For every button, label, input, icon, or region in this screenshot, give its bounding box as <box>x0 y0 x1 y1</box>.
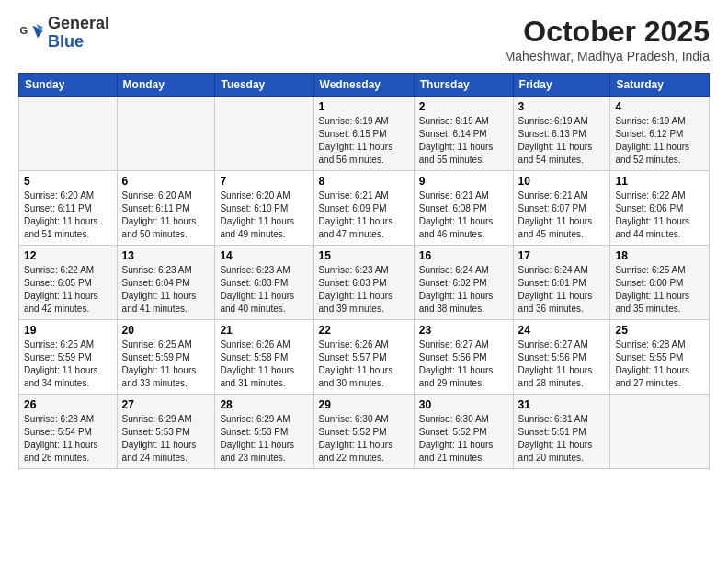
day-info: Sunrise: 6:21 AMSunset: 6:09 PMDaylight:… <box>319 190 409 241</box>
day-info: Sunrise: 6:27 AMSunset: 5:56 PMDaylight:… <box>419 339 508 390</box>
day-info: Sunrise: 6:26 AMSunset: 5:58 PMDaylight:… <box>220 339 308 390</box>
calendar-cell: 26Sunrise: 6:28 AMSunset: 5:54 PMDayligh… <box>19 395 118 469</box>
calendar-cell: 10Sunrise: 6:21 AMSunset: 6:07 PMDayligh… <box>513 171 610 246</box>
day-number: 25 <box>615 324 704 337</box>
calendar-cell: 4Sunrise: 6:19 AMSunset: 6:12 PMDaylight… <box>610 97 710 171</box>
calendar-cell: 19Sunrise: 6:25 AMSunset: 5:59 PMDayligh… <box>19 320 118 395</box>
day-number: 29 <box>319 398 409 411</box>
day-info: Sunrise: 6:24 AMSunset: 6:02 PMDaylight:… <box>419 264 508 316</box>
calendar-cell: 24Sunrise: 6:27 AMSunset: 5:56 PMDayligh… <box>513 320 610 395</box>
day-info: Sunrise: 6:30 AMSunset: 5:52 PMDaylight:… <box>319 413 409 465</box>
day-info: Sunrise: 6:26 AMSunset: 5:57 PMDaylight:… <box>319 339 409 390</box>
weekday-header-monday: Monday <box>117 74 215 97</box>
calendar-cell: 28Sunrise: 6:29 AMSunset: 5:53 PMDayligh… <box>215 395 313 469</box>
day-number: 19 <box>24 324 112 337</box>
calendar-cell: 15Sunrise: 6:23 AMSunset: 6:03 PMDayligh… <box>313 246 414 320</box>
week-row-2: 5Sunrise: 6:20 AMSunset: 6:11 PMDaylight… <box>19 171 710 246</box>
day-number: 22 <box>319 324 409 337</box>
day-number: 15 <box>319 249 409 262</box>
day-number: 6 <box>122 175 210 188</box>
weekday-header-friday: Friday <box>513 74 610 97</box>
day-number: 9 <box>419 175 508 188</box>
calendar-cell: 30Sunrise: 6:30 AMSunset: 5:52 PMDayligh… <box>414 395 513 469</box>
day-number: 17 <box>518 249 606 262</box>
week-row-3: 12Sunrise: 6:22 AMSunset: 6:05 PMDayligh… <box>19 246 710 320</box>
day-info: Sunrise: 6:21 AMSunset: 6:08 PMDaylight:… <box>419 190 508 241</box>
week-row-1: 1Sunrise: 6:19 AMSunset: 6:15 PMDaylight… <box>19 97 710 171</box>
day-info: Sunrise: 6:19 AMSunset: 6:13 PMDaylight:… <box>518 115 606 167</box>
calendar-cell: 21Sunrise: 6:26 AMSunset: 5:58 PMDayligh… <box>215 320 313 395</box>
calendar-cell: 27Sunrise: 6:29 AMSunset: 5:53 PMDayligh… <box>117 395 215 469</box>
location-text: Maheshwar, Madhya Pradesh, India <box>505 49 710 63</box>
day-info: Sunrise: 6:27 AMSunset: 5:56 PMDaylight:… <box>518 339 606 390</box>
day-number: 30 <box>419 398 508 411</box>
calendar-cell: 6Sunrise: 6:20 AMSunset: 6:11 PMDaylight… <box>117 171 215 246</box>
day-number: 24 <box>518 324 606 337</box>
calendar-cell: 7Sunrise: 6:20 AMSunset: 6:10 PMDaylight… <box>215 171 313 246</box>
calendar-cell: 8Sunrise: 6:21 AMSunset: 6:09 PMDaylight… <box>313 171 414 246</box>
day-number: 18 <box>615 249 704 262</box>
week-row-5: 26Sunrise: 6:28 AMSunset: 5:54 PMDayligh… <box>19 395 710 469</box>
day-number: 5 <box>24 175 112 188</box>
day-number: 12 <box>24 249 112 262</box>
calendar-cell: 22Sunrise: 6:26 AMSunset: 5:57 PMDayligh… <box>313 320 414 395</box>
calendar-cell: 23Sunrise: 6:27 AMSunset: 5:56 PMDayligh… <box>414 320 513 395</box>
day-number: 4 <box>615 100 704 113</box>
day-info: Sunrise: 6:22 AMSunset: 6:05 PMDaylight:… <box>24 264 112 316</box>
header: G General Blue October 2025 Maheshwar, M… <box>18 15 710 63</box>
calendar-cell: 12Sunrise: 6:22 AMSunset: 6:05 PMDayligh… <box>19 246 118 320</box>
day-info: Sunrise: 6:28 AMSunset: 5:55 PMDaylight:… <box>615 339 704 390</box>
day-info: Sunrise: 6:25 AMSunset: 5:59 PMDaylight:… <box>24 339 112 390</box>
calendar-cell: 1Sunrise: 6:19 AMSunset: 6:15 PMDaylight… <box>313 97 414 171</box>
day-info: Sunrise: 6:23 AMSunset: 6:04 PMDaylight:… <box>122 264 210 316</box>
weekday-header-saturday: Saturday <box>610 74 710 97</box>
calendar-cell <box>610 395 710 469</box>
calendar-cell <box>215 97 313 171</box>
day-number: 13 <box>122 249 210 262</box>
main-container: G General Blue October 2025 Maheshwar, M… <box>0 0 728 478</box>
calendar-cell: 2Sunrise: 6:19 AMSunset: 6:14 PMDaylight… <box>414 97 513 171</box>
svg-text:G: G <box>19 25 28 36</box>
day-info: Sunrise: 6:19 AMSunset: 6:14 PMDaylight:… <box>419 115 508 167</box>
calendar-cell: 3Sunrise: 6:19 AMSunset: 6:13 PMDaylight… <box>513 97 610 171</box>
day-number: 28 <box>220 398 308 411</box>
weekday-header-wednesday: Wednesday <box>313 74 414 97</box>
day-number: 1 <box>319 100 409 113</box>
weekday-header-tuesday: Tuesday <box>215 74 313 97</box>
day-info: Sunrise: 6:28 AMSunset: 5:54 PMDaylight:… <box>24 413 112 465</box>
day-number: 26 <box>24 398 112 411</box>
calendar-cell <box>117 97 215 171</box>
calendar-cell: 16Sunrise: 6:24 AMSunset: 6:02 PMDayligh… <box>414 246 513 320</box>
calendar-cell: 11Sunrise: 6:22 AMSunset: 6:06 PMDayligh… <box>610 171 710 246</box>
day-info: Sunrise: 6:19 AMSunset: 6:15 PMDaylight:… <box>319 115 409 167</box>
day-info: Sunrise: 6:31 AMSunset: 5:51 PMDaylight:… <box>518 413 606 465</box>
day-info: Sunrise: 6:24 AMSunset: 6:01 PMDaylight:… <box>518 264 606 316</box>
month-title: October 2025 <box>505 15 710 49</box>
calendar-table: SundayMondayTuesdayWednesdayThursdayFrid… <box>18 73 710 469</box>
day-number: 2 <box>419 100 508 113</box>
day-info: Sunrise: 6:20 AMSunset: 6:11 PMDaylight:… <box>24 190 112 241</box>
day-number: 27 <box>122 398 210 411</box>
day-number: 11 <box>615 175 704 188</box>
day-number: 16 <box>419 249 508 262</box>
calendar-cell: 14Sunrise: 6:23 AMSunset: 6:03 PMDayligh… <box>215 246 313 320</box>
day-info: Sunrise: 6:29 AMSunset: 5:53 PMDaylight:… <box>122 413 210 465</box>
logo: G General Blue <box>18 15 109 52</box>
day-info: Sunrise: 6:21 AMSunset: 6:07 PMDaylight:… <box>518 190 606 241</box>
day-info: Sunrise: 6:20 AMSunset: 6:10 PMDaylight:… <box>220 190 308 241</box>
day-number: 20 <box>122 324 210 337</box>
day-number: 8 <box>319 175 409 188</box>
calendar-cell: 29Sunrise: 6:30 AMSunset: 5:52 PMDayligh… <box>313 395 414 469</box>
day-info: Sunrise: 6:23 AMSunset: 6:03 PMDaylight:… <box>319 264 409 316</box>
day-info: Sunrise: 6:19 AMSunset: 6:12 PMDaylight:… <box>615 115 704 167</box>
weekday-header-sunday: Sunday <box>19 74 118 97</box>
day-number: 23 <box>419 324 508 337</box>
day-number: 14 <box>220 249 308 262</box>
week-row-4: 19Sunrise: 6:25 AMSunset: 5:59 PMDayligh… <box>19 320 710 395</box>
day-number: 10 <box>518 175 606 188</box>
calendar-cell <box>19 97 118 171</box>
calendar-cell: 13Sunrise: 6:23 AMSunset: 6:04 PMDayligh… <box>117 246 215 320</box>
day-info: Sunrise: 6:20 AMSunset: 6:11 PMDaylight:… <box>122 190 210 241</box>
calendar-cell: 5Sunrise: 6:20 AMSunset: 6:11 PMDaylight… <box>19 171 118 246</box>
day-number: 21 <box>220 324 308 337</box>
